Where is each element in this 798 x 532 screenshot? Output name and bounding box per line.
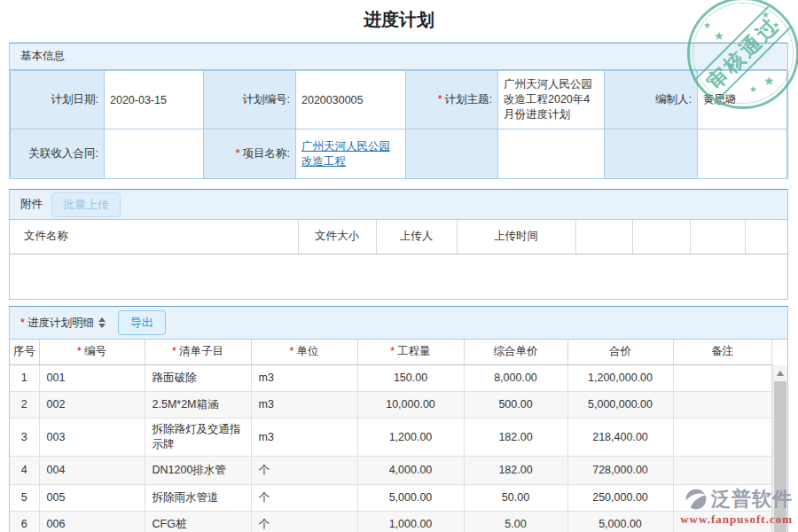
table-row: 3 003 拆除路灯及交通指示牌 m3 1,200.00 182.00 218,… xyxy=(10,418,772,456)
col-note: 备注 xyxy=(673,340,772,364)
detail-section: * 进度计划明细 导出 序号 *编号 *清单子目 *单位 *工程量 综合单价 合… xyxy=(9,306,788,532)
basic-info-title: 基本信息 xyxy=(20,49,65,64)
plan-date-value: 2020-03-15 xyxy=(105,71,204,129)
cell-seq: 2 xyxy=(10,391,39,418)
col-total: 合价 xyxy=(567,340,673,364)
cell-qty: 5,000.00 xyxy=(357,484,464,511)
required-asterisk: * xyxy=(172,345,176,357)
table-row: 1 001 路面破除 m3 150.00 8,000.00 1,200,000.… xyxy=(10,364,772,391)
basic-info-section: 基本信息 计划日期: 2020-03-15 计划编号: 2020030005 *… xyxy=(9,43,788,179)
table-row: 4 004 DN1200排水管 个 4,000.00 182.00 728,00… xyxy=(10,456,772,484)
cell-code: 006 xyxy=(39,511,145,532)
col-unit: *单位 xyxy=(251,340,357,364)
cell-item: 路面破除 xyxy=(145,364,251,391)
detail-title: 进度计划明细 xyxy=(27,316,94,331)
col-empty xyxy=(575,220,632,254)
table-row: 6 006 CFG桩 个 1,000.00 5.00 5,000.00 xyxy=(10,511,772,532)
cell-note xyxy=(673,456,772,484)
col-uploader: 上传人 xyxy=(376,220,457,254)
cell-total: 250,000.00 xyxy=(567,484,673,511)
cell-price: 5.00 xyxy=(464,511,567,532)
empty-value-cell xyxy=(498,129,605,179)
attachments-section: 附件 批量上传 文件名称 文件大小 上传人 上传时间 xyxy=(9,189,788,300)
vertical-scrollbar[interactable] xyxy=(772,365,787,532)
project-name-value: 广州天河人民公园改造工程 xyxy=(296,129,406,179)
basic-info-form: 计划日期: 2020-03-15 计划编号: 2020030005 *计划主题:… xyxy=(10,70,787,179)
table-row: 2 002 2.5M*2M箱涵 m3 10,000.00 500.00 5,00… xyxy=(10,391,772,418)
cell-qty: 1,200.00 xyxy=(357,418,464,456)
col-seq: 序号 xyxy=(10,340,39,364)
page-title: 进度计划 xyxy=(0,8,798,32)
required-asterisk: * xyxy=(77,345,82,357)
cell-price: 182.00 xyxy=(464,456,567,484)
attachments-table: 文件名称 文件大小 上传人 上传时间 xyxy=(10,220,787,254)
related-contract-label: 关联收入合同: xyxy=(11,129,105,179)
cell-unit: m3 xyxy=(251,364,357,391)
cell-price: 500.00 xyxy=(464,391,567,418)
scrollbar-thumb[interactable] xyxy=(774,381,786,532)
col-upload-time: 上传时间 xyxy=(457,220,575,254)
cell-qty: 1,000.00 xyxy=(357,511,464,532)
export-button[interactable]: 导出 xyxy=(118,310,166,335)
cell-note xyxy=(673,511,772,532)
cell-total: 218,400.00 xyxy=(567,418,673,456)
col-empty xyxy=(632,220,690,254)
cell-item: DN1200排水管 xyxy=(145,456,251,484)
plan-subject-value: 广州天河人民公园改造工程2020年4月份进度计划 xyxy=(498,71,605,129)
cell-price: 8,000.00 xyxy=(464,364,567,391)
scroll-up-button[interactable] xyxy=(773,365,787,380)
cell-note xyxy=(673,364,772,391)
table-row: 5 005 拆除雨水管道 个 5,000.00 50.00 250,000.00 xyxy=(10,484,772,511)
empty-label-cell xyxy=(605,129,698,179)
sort-icon[interactable] xyxy=(98,317,106,328)
required-asterisk: * xyxy=(20,317,25,329)
cell-total: 728,000.00 xyxy=(567,456,673,484)
cell-unit: 个 xyxy=(251,484,357,511)
required-asterisk: * xyxy=(390,345,395,357)
cell-qty: 4,000.00 xyxy=(357,456,464,484)
cell-price: 182.00 xyxy=(464,418,567,456)
cell-price: 50.00 xyxy=(464,484,567,511)
col-file-name: 文件名称 xyxy=(10,220,298,254)
col-price: 综合单价 xyxy=(464,340,567,364)
cell-code: 001 xyxy=(39,364,145,391)
cell-seq: 1 xyxy=(10,364,39,391)
cell-seq: 5 xyxy=(10,484,39,511)
cell-item: 拆除雨水管道 xyxy=(145,484,251,511)
cell-code: 002 xyxy=(39,391,145,418)
required-asterisk: * xyxy=(236,147,240,160)
detail-table: 序号 *编号 *清单子目 *单位 *工程量 综合单价 合价 备注 1 001 路… xyxy=(10,340,772,532)
attachments-title: 附件 xyxy=(20,197,43,212)
required-asterisk: * xyxy=(290,345,294,357)
cell-code: 004 xyxy=(39,456,145,484)
cell-unit: m3 xyxy=(251,391,357,418)
cell-unit: 个 xyxy=(251,511,357,532)
col-qty: *工程量 xyxy=(357,340,464,364)
cell-unit: m3 xyxy=(251,418,357,456)
plan-no-value: 2020030005 xyxy=(296,71,406,129)
cell-qty: 10,000.00 xyxy=(357,391,464,418)
batch-upload-button[interactable]: 批量上传 xyxy=(51,192,121,217)
cell-code: 005 xyxy=(39,484,145,511)
col-empty xyxy=(745,220,787,254)
related-contract-value xyxy=(105,129,204,179)
project-name-label: *项目名称: xyxy=(204,129,296,179)
arrow-up-icon xyxy=(777,371,784,376)
cell-item: 2.5M*2M箱涵 xyxy=(145,391,251,418)
project-name-link[interactable]: 广州天河人民公园改造工程 xyxy=(301,140,390,168)
cell-total: 5,000.00 xyxy=(567,511,673,532)
empty-label-cell xyxy=(406,129,498,179)
cell-qty: 150.00 xyxy=(357,364,464,391)
plan-no-label: 计划编号: xyxy=(204,71,296,129)
cell-seq: 3 xyxy=(10,418,39,456)
cell-item: CFG桩 xyxy=(145,511,251,532)
cell-code: 003 xyxy=(39,418,145,456)
col-empty xyxy=(690,220,745,254)
cell-note xyxy=(673,484,772,511)
cell-note xyxy=(673,418,772,456)
plan-date-label: 计划日期: xyxy=(11,71,105,129)
col-item: *清单子目 xyxy=(145,340,251,364)
creator-value: 黄思璐 xyxy=(698,71,787,129)
required-asterisk: * xyxy=(438,93,442,106)
cell-seq: 6 xyxy=(10,511,39,532)
